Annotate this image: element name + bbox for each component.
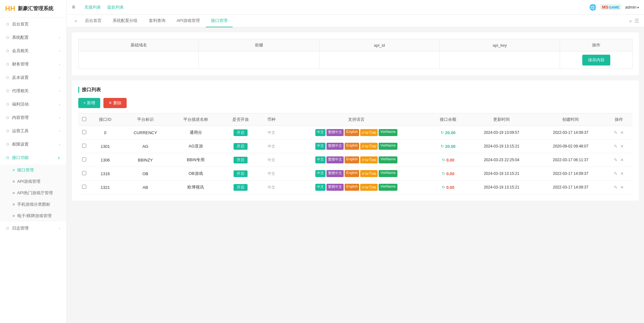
- row-checkbox-cell[interactable]: [78, 140, 90, 153]
- tab-bar-right: » ☰: [629, 18, 639, 24]
- sidebar-label-interface: 接口功能: [12, 155, 29, 161]
- sub-item-mobile-icons[interactable]: 手机游戏分类图标: [0, 199, 66, 210]
- delete-row-icon[interactable]: ✕: [620, 130, 624, 135]
- delete-row-icon[interactable]: ✕: [620, 144, 624, 149]
- sidebar-item-dashboard[interactable]: 后台首页: [0, 17, 66, 31]
- tab-nav-right[interactable]: »: [629, 18, 632, 24]
- sidebar-item-rebate[interactable]: 反水设置 ›: [0, 71, 66, 84]
- row-checkbox-cell[interactable]: [78, 167, 90, 181]
- row-checkbox-cell[interactable]: [78, 153, 90, 167]
- row-id: 1321: [90, 181, 121, 194]
- sub-label-interface-management: 接口管理: [17, 167, 34, 173]
- tab-menu-icon[interactable]: ☰: [634, 18, 639, 24]
- globe-icon[interactable]: 🌐: [589, 4, 596, 11]
- nav-dot: [6, 143, 9, 146]
- form-prefix-cell[interactable]: tmm: [199, 52, 319, 69]
- sub-item-card-game[interactable]: 电子/棋牌游戏管理: [0, 210, 66, 222]
- edit-icon[interactable]: ✎: [614, 171, 618, 176]
- sidebar-item-agent[interactable]: 代理相关 ›: [0, 84, 66, 98]
- currency-text: 中文: [268, 185, 275, 189]
- currency-text: 中文: [268, 130, 275, 135]
- sidebar-item-welfare[interactable]: 福利活动 ›: [0, 98, 66, 111]
- refresh-icon[interactable]: ↻: [441, 144, 444, 148]
- tab-dashboard[interactable]: 后台首页: [80, 15, 107, 27]
- row-id: 1316: [90, 167, 121, 181]
- save-button[interactable]: 保存内容: [582, 55, 610, 65]
- row-currency: 中文: [259, 126, 284, 140]
- tab-api-game[interactable]: API游戏管理: [172, 15, 205, 27]
- tab-nav-left[interactable]: «: [72, 18, 80, 24]
- nav-arrow: ›: [59, 62, 60, 66]
- col-platform-id: 平台标识: [121, 113, 170, 126]
- topbar-link-withdrawal[interactable]: 提款列表: [107, 4, 124, 10]
- edit-icon[interactable]: ✎: [614, 185, 618, 190]
- delete-row-icon[interactable]: ✕: [620, 171, 624, 176]
- delete-row-icon[interactable]: ✕: [620, 185, 624, 190]
- sidebar-item-operations[interactable]: 运营工具 ›: [0, 124, 66, 138]
- tab-system-config[interactable]: 系统配置分组: [108, 15, 143, 27]
- row-checkbox[interactable]: [82, 185, 86, 189]
- row-checkbox-cell[interactable]: [78, 181, 90, 194]
- base-url-input[interactable]: https://apis.ms1388.com/: [84, 58, 193, 63]
- form-base-url-cell[interactable]: https://apis.ms1388.com/: [79, 52, 199, 69]
- row-platform-name: 欧博视讯: [170, 181, 221, 194]
- sub-item-interface-management[interactable]: 接口管理: [0, 164, 66, 176]
- row-actions: ✎ ✕: [605, 126, 633, 140]
- row-create-time: 2022-03-17 14:09:37: [536, 167, 605, 181]
- edit-icon[interactable]: ✎: [614, 144, 618, 149]
- edit-icon[interactable]: ✎: [614, 157, 618, 162]
- add-button[interactable]: + 新增: [78, 98, 100, 108]
- row-currency: 中文: [259, 153, 284, 167]
- row-is-open: 开启: [221, 126, 259, 140]
- row-checkbox-cell[interactable]: [78, 126, 90, 140]
- api-key-input[interactable]: rrsTpEkNNS3EpMFIEN6GXHhoWLjC8BPo: [445, 58, 555, 63]
- delete-button[interactable]: ✕ 删除: [103, 98, 127, 108]
- row-is-open: 开启: [221, 153, 259, 167]
- sidebar-item-interface[interactable]: 接口功能 ∨: [0, 151, 66, 164]
- lang-badge: 繁體中文: [326, 156, 344, 163]
- sub-item-api-hot[interactable]: API热门游戏厅管理: [0, 187, 66, 199]
- content-area: 基础域名 前缀 api_id api_key 操作 https://apis.m…: [67, 27, 644, 323]
- select-all-checkbox[interactable]: [82, 117, 86, 121]
- delete-row-icon[interactable]: ✕: [620, 157, 624, 162]
- topbar-link-recharge[interactable]: 充值列表: [84, 4, 101, 10]
- form-api-key-cell[interactable]: rrsTpEkNNS3EpMFIEN6GXHhoWLjC8BPo: [439, 52, 560, 69]
- row-is-open: 开启: [221, 140, 259, 153]
- row-checkbox[interactable]: [82, 171, 86, 175]
- list-card: 接口列表 + 新增 ✕ 删除 接口ID 平台标识 平台描述名称 是否开放 币种: [72, 80, 639, 201]
- col-platform-name: 平台描述名称: [170, 113, 221, 126]
- prefix-input[interactable]: tmm: [204, 58, 314, 63]
- row-languages: 中文 繁體中文 English ภาษาไทย VietName: [284, 167, 429, 181]
- row-balance: ↻ 0.00: [429, 153, 467, 167]
- sidebar-item-logs[interactable]: 日志管理 ›: [0, 222, 66, 235]
- edit-icon[interactable]: ✎: [614, 130, 618, 135]
- tab-arbitrage[interactable]: 套利查询: [144, 15, 171, 27]
- row-platform-name: BBIN专用: [170, 153, 221, 167]
- sidebar-item-system[interactable]: 系统配置 ›: [0, 31, 66, 44]
- admin-button[interactable]: admin: [625, 5, 639, 10]
- row-checkbox[interactable]: [82, 157, 86, 162]
- sub-item-api-game[interactable]: API游戏管理: [0, 176, 66, 187]
- sidebar-item-content[interactable]: 内容管理 ›: [0, 111, 66, 124]
- api-id-input[interactable]: timibbs_test: [325, 58, 434, 63]
- hamburger-icon[interactable]: ≡: [72, 4, 75, 10]
- sidebar-label-content: 内容管理: [12, 115, 29, 120]
- row-platform-id: CURRENCY: [121, 126, 170, 140]
- refresh-icon[interactable]: ↻: [441, 130, 444, 135]
- row-balance: ↻ 20.00: [429, 140, 467, 153]
- refresh-icon[interactable]: ↻: [442, 185, 445, 189]
- form-save-cell: 保存内容: [560, 52, 633, 69]
- refresh-icon[interactable]: ↻: [442, 171, 445, 176]
- tab-interface-management[interactable]: 接口管理: [206, 15, 233, 27]
- row-checkbox[interactable]: [82, 130, 86, 134]
- lang-badge: 中文: [315, 143, 326, 150]
- sidebar-item-member[interactable]: 会员相关 ›: [0, 44, 66, 58]
- row-checkbox[interactable]: [82, 144, 86, 148]
- form-api-id-cell[interactable]: timibbs_test: [319, 52, 439, 69]
- sidebar-item-finance[interactable]: 财务管理 ›: [0, 58, 66, 71]
- refresh-icon[interactable]: ↻: [442, 158, 445, 162]
- lang-badge: ภาษาไทย: [360, 156, 378, 163]
- sidebar-item-permissions[interactable]: 权限设置 ›: [0, 138, 66, 151]
- row-languages: 中文 繁體中文 English ภาษาไทย VietName: [284, 126, 429, 140]
- balance-cell: ↻ 0.00: [432, 158, 464, 162]
